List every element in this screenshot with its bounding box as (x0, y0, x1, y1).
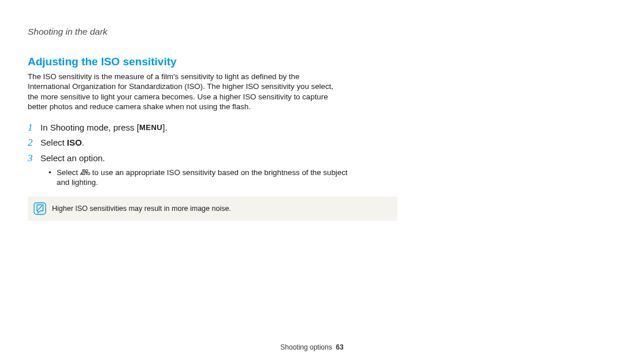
sub-text-pre: Select (57, 168, 80, 177)
step-1: 1 In Shooting mode, press [MENU]. (28, 122, 592, 133)
menu-icon: MENU (139, 122, 162, 133)
sub-text-post: to use an appropriate ISO sensitivity ba… (57, 168, 347, 187)
step-text-pre: Select (40, 138, 67, 147)
note-text: Higher ISO sensitivities may result in m… (52, 205, 231, 213)
step-body: In Shooting mode, press [MENU]. (40, 122, 168, 133)
page-footer: Shooting options 63 (0, 343, 624, 351)
sub-bullet: • Select ISO AUTO to use an appropriate … (49, 168, 355, 188)
page-number: 63 (336, 343, 343, 351)
section-title: Adjusting the ISO sensitivity (28, 55, 592, 68)
intro-paragraph: The ISO sensitivity is the measure of a … (28, 72, 334, 112)
step-bold: ISO (67, 138, 82, 147)
step-number: 3 (28, 153, 40, 164)
step-body: Select ISO. (40, 137, 84, 148)
step-number: 2 (28, 137, 40, 148)
chapter-header: Shooting in the dark (28, 27, 592, 37)
iso-auto-icon: ISO AUTO (80, 169, 90, 176)
sub-bullet-body: Select ISO AUTO to use an appropriate IS… (57, 168, 355, 188)
step-2: 2 Select ISO. (28, 137, 592, 148)
step-text-pre: In Shooting mode, press [ (40, 122, 139, 132)
note-callout: Higher ISO sensitivities may result in m… (28, 196, 398, 221)
footer-label: Shooting options (280, 343, 332, 351)
bullet-icon: • (49, 168, 57, 188)
step-number: 1 (28, 122, 40, 133)
steps-list: 1 In Shooting mode, press [MENU]. 2 Sele… (28, 122, 592, 187)
step-text-post: ]. (162, 122, 167, 132)
step-body: Select an option. (40, 153, 105, 164)
step-text-post: . (82, 138, 84, 147)
step-3: 3 Select an option. (28, 153, 592, 164)
note-icon (34, 202, 46, 215)
page-content: Shooting in the dark Adjusting the ISO s… (0, 0, 624, 364)
